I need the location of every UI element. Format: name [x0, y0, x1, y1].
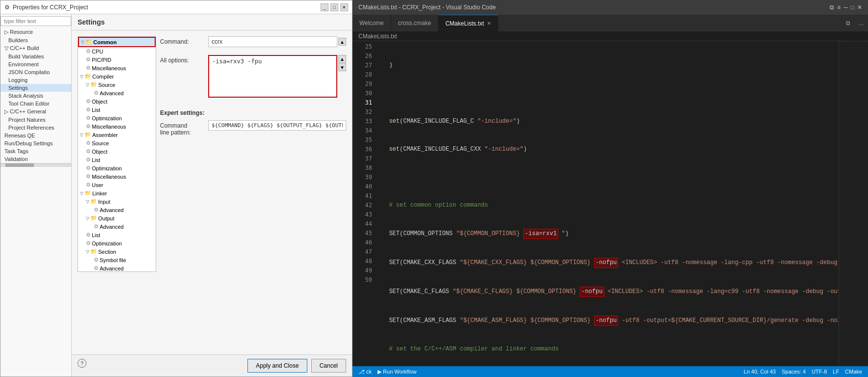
more-actions-button[interactable]: …: [854, 20, 868, 27]
tree-output[interactable]: ▽ 📁 Output: [78, 214, 156, 222]
sidebar-item-build-variables[interactable]: Build Variables: [0, 53, 71, 60]
tab-welcome[interactable]: Welcome: [353, 15, 391, 31]
sidebar-item-environment[interactable]: Environment: [0, 60, 71, 68]
sidebar-item-task-tags[interactable]: Task Tags: [0, 147, 71, 155]
tree-compiler[interactable]: ▽ 📁 Compiler: [78, 72, 156, 81]
folder-icon: 📁: [85, 39, 92, 45]
code-line-33: SET(CMAKE_C_FLAGS "${CMAKE_C_FLAGS} ${CO…: [376, 287, 839, 297]
cancel-button[interactable]: Cancel: [311, 359, 346, 373]
close-button[interactable]: ✕: [340, 3, 348, 11]
tree-linker[interactable]: ▽ 📁 Linker: [78, 189, 156, 197]
tree-section[interactable]: ▽ 📁 Section: [78, 247, 156, 256]
tree-list-1[interactable]: ⚙ List: [78, 106, 156, 114]
tree-symbol-file[interactable]: ⚙ Symbol file: [78, 256, 156, 264]
tree-optim-1[interactable]: ⚙ Optimization: [78, 114, 156, 122]
code-line-28: set (CMAKE_INCLUDE_FLAG_CXX "-include=" …: [376, 145, 839, 154]
code-line-29: [376, 173, 839, 182]
vscode-menu-icon[interactable]: ≡: [837, 4, 841, 11]
folder-icon: 📁: [90, 81, 97, 88]
sidebar-item-resource[interactable]: ▷ Resource: [0, 28, 71, 36]
breadcrumb: CMakeLists.txt: [353, 32, 868, 41]
line-num: 25: [356, 42, 372, 52]
line-num: 39: [356, 173, 372, 182]
command-line-pattern-input[interactable]: [208, 120, 346, 131]
line-num: 40: [356, 182, 372, 191]
help-button[interactable]: ?: [78, 359, 86, 368]
code-line-30: # set common option commands: [376, 201, 839, 210]
git-branch[interactable]: ⎇ ck: [358, 369, 372, 375]
tree-optim-3[interactable]: ⚙ Optimization: [78, 239, 156, 247]
tree-user-2[interactable]: ⚙ User: [78, 181, 156, 189]
sidebar-item-cpp-general[interactable]: ▷ C/C++ General: [0, 108, 71, 116]
sidebar-item-tool-chain-editor[interactable]: Tool Chain Editor: [0, 100, 71, 108]
code-editor[interactable]: ) set (CMAKE_INCLUDE_FLAG_C "-include=" …: [376, 41, 839, 366]
tab-cross-cmake[interactable]: cross.cmake: [391, 15, 438, 31]
command-scroll-up[interactable]: ▲: [338, 38, 346, 46]
vscode-restore-icon[interactable]: □: [851, 4, 854, 11]
minimize-button[interactable]: _: [321, 3, 328, 11]
tree-picpid[interactable]: ⚙ PIC/PID: [78, 55, 156, 64]
code-line-34: SET(CMAKE_ASM_FLAGS "${CMAKE_ASM_FLAGS} …: [376, 316, 839, 326]
gear-icon: ⚙: [86, 182, 91, 188]
tree-advanced-5[interactable]: ⚙ Advanced: [78, 264, 156, 272]
tree-object-1[interactable]: ⚙ Object: [78, 97, 156, 106]
tree-misc-1[interactable]: ⚙ Miscellaneous: [78, 122, 156, 131]
filter-input[interactable]: [0, 16, 71, 26]
tree-list-2[interactable]: ⚙ List: [78, 156, 156, 164]
tree-common[interactable]: ▽ 📁 Common: [78, 37, 156, 47]
apply-close-button[interactable]: Apply and Close: [247, 359, 307, 373]
tree-advanced-1[interactable]: ⚙ Advanced: [78, 89, 156, 97]
eol-indicator[interactable]: LF: [833, 369, 839, 375]
line-num: 36: [356, 145, 372, 154]
gear-icon: ⚙: [4, 4, 10, 11]
tree-input[interactable]: ▽ 📁 Input: [78, 197, 156, 206]
sidebar-item-stack-analysis[interactable]: Stack Analysis: [0, 92, 71, 100]
tree-cpu[interactable]: ⚙ CPU: [78, 47, 156, 55]
run-workflow[interactable]: ▶ Run Workflow: [378, 369, 416, 375]
encoding-indicator[interactable]: UTF-8: [812, 369, 827, 375]
minimap-content: [839, 41, 868, 366]
command-row: Command: ▲: [160, 36, 346, 47]
nav-scrollbar[interactable]: [0, 163, 71, 167]
language-indicator[interactable]: CMake: [845, 369, 862, 375]
split-editor-button[interactable]: ⧉: [842, 20, 854, 27]
sidebar-item-project-natures[interactable]: Project Natures: [0, 116, 71, 124]
tree-advanced-4[interactable]: ⚙ Advanced: [78, 222, 156, 231]
sidebar-item-run-debug[interactable]: Run/Debug Settings: [0, 139, 71, 147]
all-options-input[interactable]: -isa=rxv3 -fpu: [209, 56, 336, 95]
options-scroll-down[interactable]: ▼: [338, 63, 346, 71]
tab-close-cmakelists[interactable]: ✕: [487, 21, 491, 26]
sidebar-item-renesas-qe[interactable]: Renesas QE: [0, 132, 71, 139]
vscode-minimize-icon[interactable]: ─: [843, 4, 848, 11]
tree-source[interactable]: ▽ 📁 Source: [78, 81, 156, 89]
sidebar-item-validation[interactable]: Validation: [0, 155, 71, 163]
restore-button[interactable]: □: [330, 3, 338, 11]
tree-object-2[interactable]: ⚙ Object: [78, 147, 156, 156]
tree-misc-2[interactable]: ⚙ Miscellaneous: [78, 172, 156, 181]
tree-source-2[interactable]: ⚙ Source: [78, 139, 156, 147]
vscode-split-icon[interactable]: ⧉: [830, 4, 834, 11]
tree-misc-0[interactable]: ⚙ Miscellaneous: [78, 64, 156, 72]
tree-assembler[interactable]: ▽ 📁 Assembler: [78, 131, 156, 139]
tree-advanced-3[interactable]: ⚙ Advanced: [78, 206, 156, 214]
spaces-indicator[interactable]: Spaces: 4: [782, 369, 806, 375]
sidebar-item-project-references[interactable]: Project References: [0, 124, 71, 132]
options-scroll-up[interactable]: ▲: [338, 55, 346, 63]
vscode-close-icon[interactable]: ✕: [857, 4, 862, 11]
cursor-position[interactable]: Ln 40, Col 43: [744, 369, 776, 375]
dialog-body: ▷ Resource Builders ▽ C/C++ Build Build …: [0, 14, 352, 377]
sidebar-item-settings[interactable]: Settings: [0, 84, 71, 92]
sidebar-item-cpp-build[interactable]: ▽ C/C++ Build: [0, 44, 71, 53]
sidebar-item-logging[interactable]: Logging: [0, 76, 71, 84]
folder-icon: 📁: [90, 248, 97, 255]
gear-icon: ⚙: [86, 115, 91, 121]
gear-icon: ⚙: [86, 148, 91, 155]
tree-list-3[interactable]: ⚙ List: [78, 231, 156, 239]
tree-optim-2[interactable]: ⚙ Optimization: [78, 164, 156, 172]
gear-icon: ⚙: [94, 257, 99, 263]
command-input[interactable]: [208, 36, 337, 47]
sidebar-item-json-compilatio[interactable]: JSON Compilatio: [0, 68, 71, 76]
sidebar-item-builders[interactable]: Builders: [0, 36, 71, 44]
gear-icon: ⚙: [86, 56, 91, 63]
tab-cmakelists[interactable]: CMakeLists.txt ✕: [438, 15, 498, 31]
